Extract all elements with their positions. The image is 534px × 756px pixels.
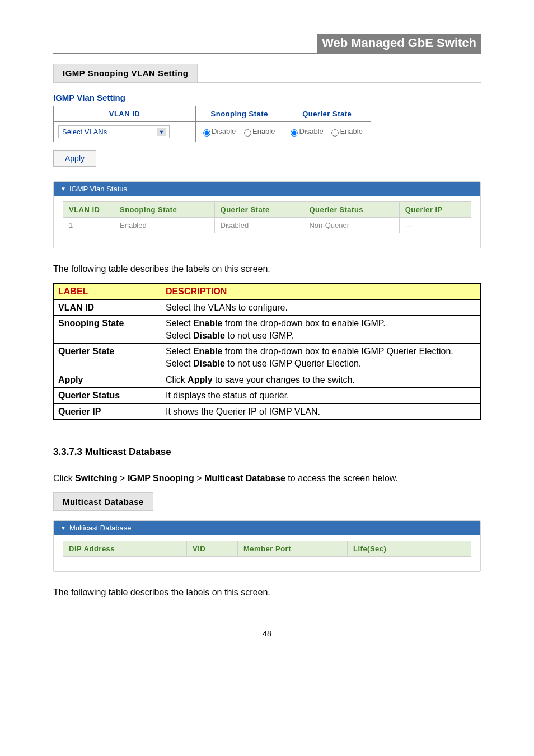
- igmp-vlan-status-panel: ▼ IGMP Vlan Status VLAN ID Snooping Stat…: [53, 181, 481, 248]
- col-header-querier-state: Querier State: [283, 106, 371, 122]
- mc-col-member: Member Port: [238, 541, 348, 557]
- igmp-vlan-setting-table: VLAN ID Snooping State Querier State Sel…: [53, 106, 371, 142]
- apply-button[interactable]: Apply: [53, 150, 96, 167]
- table-row: VLAN IDSelect the VLANs to configure.: [54, 299, 481, 316]
- status-col-snooping-state: Snooping State: [114, 202, 215, 218]
- snooping-state-radios: Disable Enable: [200, 127, 278, 135]
- status-panel-header-2[interactable]: ▼ Multicast Database: [54, 521, 480, 535]
- igmp-vlan-status-table: VLAN ID Snooping State Querier State Que…: [63, 201, 471, 233]
- section-header-container: IGMP Snooping VLAN Setting: [53, 64, 481, 83]
- status-panel-title-2: Multicast Database: [69, 524, 132, 532]
- col-header-snooping-state: Snooping State: [196, 106, 283, 122]
- snooping-disable-radio[interactable]: [203, 129, 210, 137]
- querier-disable-radio[interactable]: [291, 129, 298, 137]
- multicast-database-panel: ▼ Multicast Database DIP Address VID Mem…: [53, 520, 481, 572]
- cell-querier-state: Disabled: [214, 218, 303, 233]
- status-panel-header[interactable]: ▼ IGMP Vlan Status: [54, 182, 480, 196]
- mc-col-dip: DIP Address: [63, 541, 187, 557]
- section-header-container-2: Multicast Database: [53, 492, 481, 511]
- desc-label: Querier Status: [54, 388, 161, 404]
- vlan-select-label: Select VLANs: [62, 128, 107, 136]
- desc-text: Select the VLANs to configure.: [161, 299, 481, 316]
- table-row: Snooping StateSelect Enable from the dro…: [54, 316, 481, 344]
- querier-enable-option[interactable]: Enable: [329, 127, 362, 135]
- mc-col-vid: VID: [187, 541, 238, 557]
- table-row: 1 Enabled Disabled Non-Querier ---: [63, 218, 471, 233]
- desc-text: Select Enable from the drop-down box to …: [161, 344, 481, 372]
- intro-text-2: The following table describes the labels…: [53, 588, 481, 598]
- desc-label: Snooping State: [54, 316, 161, 344]
- status-col-vlan-id: VLAN ID: [63, 202, 114, 218]
- status-col-querier-state: Querier State: [214, 202, 303, 218]
- querier-state-radios: Disable Enable: [288, 127, 366, 135]
- cell-querier-status: Non-Querier: [303, 218, 399, 233]
- vlan-select-dropdown[interactable]: Select VLANs ▼: [58, 125, 170, 138]
- snooping-enable-option[interactable]: Enable: [241, 127, 275, 135]
- status-col-querier-status: Querier Status: [303, 202, 399, 218]
- description-table-1: LABEL DESCRIPTION VLAN IDSelect the VLAN…: [53, 283, 481, 420]
- panel-title-igmp-vlan-setting: IGMP Vlan Setting: [53, 87, 481, 106]
- querier-enable-radio[interactable]: [331, 129, 339, 137]
- desc-text: Select Enable from the drop-down box to …: [161, 316, 481, 344]
- status-panel-title: IGMP Vlan Status: [69, 185, 127, 193]
- col-header-vlan-id: VLAN ID: [54, 106, 196, 122]
- desc-header-description: DESCRIPTION: [161, 284, 481, 300]
- cell-vlan-id: 1: [63, 218, 114, 233]
- desc-label: Querier IP: [54, 403, 161, 420]
- desc-label: VLAN ID: [54, 299, 161, 316]
- table-row: Querier StateSelect Enable from the drop…: [54, 344, 481, 372]
- status-col-querier-ip: Querier IP: [399, 202, 471, 218]
- desc-text: It shows the Querier IP of IGMP VLAN.: [161, 403, 481, 420]
- page-title: Web Managed GbE Switch: [317, 34, 481, 53]
- section-number-title: 3.3.7.3 Multicast Database: [53, 447, 481, 458]
- cell-querier-ip: ---: [399, 218, 471, 233]
- cell-snooping-state: Enabled: [114, 218, 215, 233]
- snooping-disable-option[interactable]: Disable: [200, 127, 236, 135]
- top-banner: Web Managed GbE Switch: [53, 34, 481, 54]
- chevron-down-icon: ▼: [60, 186, 66, 192]
- desc-label: Apply: [54, 372, 161, 388]
- desc-label: Querier State: [54, 344, 161, 372]
- desc-text: Click Apply to save your changes to the …: [161, 372, 481, 388]
- section-header-multicast-database: Multicast Database: [53, 492, 153, 511]
- multicast-database-table: DIP Address VID Member Port Life(Sec): [63, 541, 471, 557]
- page-number: 48: [53, 629, 481, 638]
- intro-text-1: The following table describes the labels…: [53, 264, 481, 274]
- chevron-down-icon: ▼: [157, 128, 166, 136]
- chevron-down-icon: ▼: [60, 525, 66, 531]
- section-header-igmp-snooping-vlan: IGMP Snooping VLAN Setting: [53, 64, 198, 82]
- desc-header-label: LABEL: [54, 284, 161, 300]
- table-row: ApplyClick Apply to save your changes to…: [54, 372, 481, 388]
- snooping-enable-radio[interactable]: [244, 129, 251, 137]
- desc-text: It displays the status of querier.: [161, 388, 481, 404]
- breadcrumb: Click Switching > IGMP Snooping > Multic…: [53, 473, 481, 483]
- table-row: Querier StatusIt displays the status of …: [54, 388, 481, 404]
- mc-col-life: Life(Sec): [348, 541, 471, 557]
- querier-disable-option[interactable]: Disable: [288, 127, 323, 135]
- table-row: Querier IPIt shows the Querier IP of IGM…: [54, 403, 481, 420]
